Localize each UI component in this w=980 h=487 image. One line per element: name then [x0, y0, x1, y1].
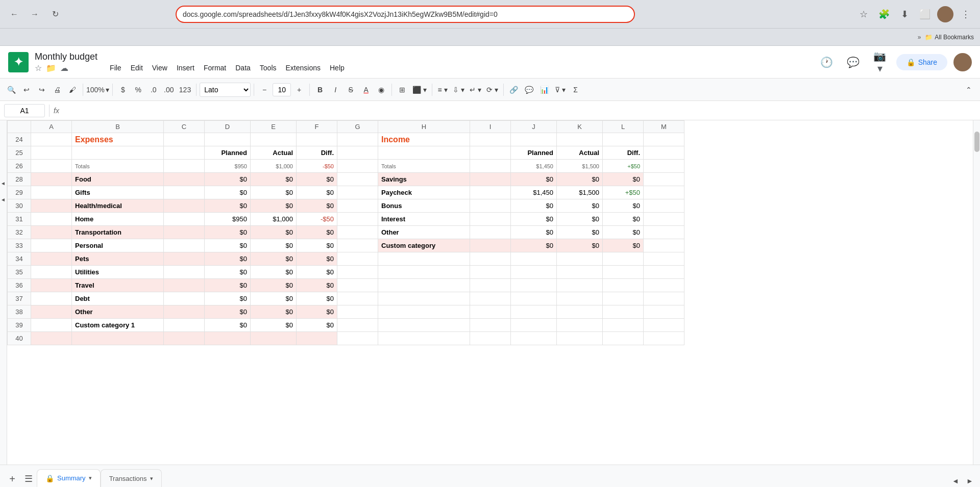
cell-j39[interactable] [511, 319, 557, 332]
address-bar[interactable] [176, 6, 635, 23]
cell-a34[interactable] [31, 252, 72, 266]
menu-file[interactable]: File [106, 62, 126, 74]
cell-e37[interactable]: $0 [251, 292, 297, 305]
cell-c36[interactable] [164, 279, 205, 292]
cell-k28[interactable]: $0 [557, 173, 603, 186]
cell-h40[interactable] [378, 332, 470, 345]
cell-b32[interactable]: Transportation [72, 226, 164, 239]
align-vertical-button[interactable]: ⇩ ▾ [451, 82, 467, 98]
cell-k35[interactable] [557, 266, 603, 279]
cell-g36[interactable] [337, 279, 378, 292]
cell-h24[interactable]: Income [378, 133, 470, 146]
cell-i26[interactable] [470, 160, 511, 173]
sheet-tab-transactions[interactable]: Transactions ▾ [101, 469, 162, 487]
cell-f38[interactable]: $0 [297, 305, 337, 319]
menu-edit[interactable]: Edit [127, 62, 147, 74]
sheet-tab-summary-arrow[interactable]: ▾ [89, 475, 92, 481]
cell-i33[interactable] [470, 239, 511, 252]
cell-b35[interactable]: Utilities [72, 266, 164, 279]
paint-format-button[interactable]: 🖌 [65, 82, 80, 98]
cell-l33[interactable]: $0 [603, 239, 644, 252]
cell-j34[interactable] [511, 252, 557, 266]
cell-l39[interactable] [603, 319, 644, 332]
cell-b24[interactable]: Expenses [72, 133, 164, 146]
cell-c28[interactable] [164, 173, 205, 186]
cell-d31[interactable]: $950 [205, 213, 251, 226]
cell-i35[interactable] [470, 266, 511, 279]
cell-j32[interactable]: $0 [511, 226, 557, 239]
sheet-tab-summary[interactable]: 🔒 Summary ▾ [37, 469, 101, 487]
cloud-icon[interactable]: ☁ [60, 63, 68, 73]
increase-decimal-button[interactable]: .00 [162, 82, 176, 98]
cell-g25[interactable] [337, 146, 378, 160]
cell-k40[interactable] [557, 332, 603, 345]
download-icon[interactable]: ⬇ [896, 6, 913, 22]
cell-c30[interactable] [164, 199, 205, 213]
cell-d30[interactable]: $0 [205, 199, 251, 213]
cell-e34[interactable]: $0 [251, 252, 297, 266]
cell-i36[interactable] [470, 279, 511, 292]
cell-g39[interactable] [337, 319, 378, 332]
cell-d25[interactable]: Planned [205, 146, 251, 160]
collapse-toolbar-button[interactable]: ⌃ [962, 82, 976, 98]
cell-m33[interactable] [644, 239, 684, 252]
menu-data[interactable]: Data [231, 62, 255, 74]
cell-b28[interactable]: Food [72, 173, 164, 186]
cell-a28[interactable] [31, 173, 72, 186]
group-collapse-arrow-2[interactable]: ◄ [1, 197, 6, 202]
insert-comment-button[interactable]: 💬 [522, 82, 536, 98]
align-horizontal-button[interactable]: ≡ ▾ [435, 82, 450, 98]
cell-m30[interactable] [644, 199, 684, 213]
sheet-menu-button[interactable]: ☰ [20, 471, 37, 487]
cell-f30[interactable]: $0 [297, 199, 337, 213]
cell-c34[interactable] [164, 252, 205, 266]
filter-button[interactable]: ⊽ ▾ [553, 82, 568, 98]
col-header-j[interactable]: J [511, 121, 557, 133]
cell-f35[interactable]: $0 [297, 266, 337, 279]
cell-h25[interactable] [378, 146, 470, 160]
col-header-c[interactable]: C [164, 121, 205, 133]
cell-h31[interactable]: Interest [378, 213, 470, 226]
cell-g31[interactable] [337, 213, 378, 226]
cell-j30[interactable]: $0 [511, 199, 557, 213]
cell-l40[interactable] [603, 332, 644, 345]
formula-input[interactable] [63, 104, 976, 117]
cell-d28[interactable]: $0 [205, 173, 251, 186]
fill-color-button[interactable]: ◉ [374, 82, 388, 98]
cell-e36[interactable]: $0 [251, 279, 297, 292]
sheet-scroll-left-button[interactable]: ◄ [949, 475, 962, 487]
cell-k24[interactable] [557, 133, 603, 146]
cell-h34[interactable] [378, 252, 470, 266]
cell-h35[interactable] [378, 266, 470, 279]
cell-l29[interactable]: +$50 [603, 186, 644, 199]
cell-h33[interactable]: Custom category [378, 239, 470, 252]
col-header-k[interactable]: K [557, 121, 603, 133]
cell-i38[interactable] [470, 305, 511, 319]
cell-i40[interactable] [470, 332, 511, 345]
cell-m39[interactable] [644, 319, 684, 332]
cell-f29[interactable]: $0 [297, 186, 337, 199]
cell-j40[interactable] [511, 332, 557, 345]
font-family-select[interactable]: Lato [200, 83, 251, 97]
search-button[interactable]: 🔍 [4, 82, 18, 98]
sheet-scroll-right-button[interactable]: ► [964, 475, 976, 487]
cell-i39[interactable] [470, 319, 511, 332]
history-icon[interactable]: 🕐 [817, 52, 837, 72]
cell-m40[interactable] [644, 332, 684, 345]
cell-k29[interactable]: $1,500 [557, 186, 603, 199]
cell-j29[interactable]: $1,450 [511, 186, 557, 199]
merge-cells-button[interactable]: ⬛ ▾ [410, 82, 429, 98]
menu-help[interactable]: Help [326, 62, 349, 74]
cell-a26[interactable] [31, 160, 72, 173]
cell-b40[interactable] [72, 332, 164, 345]
cell-l28[interactable]: $0 [603, 173, 644, 186]
cell-i32[interactable] [470, 226, 511, 239]
cell-reference-input[interactable] [4, 104, 45, 117]
cell-j35[interactable] [511, 266, 557, 279]
cell-b39[interactable]: Custom category 1 [72, 319, 164, 332]
cell-e40[interactable] [251, 332, 297, 345]
cell-d24[interactable] [205, 133, 251, 146]
cell-k30[interactable]: $0 [557, 199, 603, 213]
user-avatar[interactable] [953, 53, 972, 71]
cell-b38[interactable]: Other [72, 305, 164, 319]
